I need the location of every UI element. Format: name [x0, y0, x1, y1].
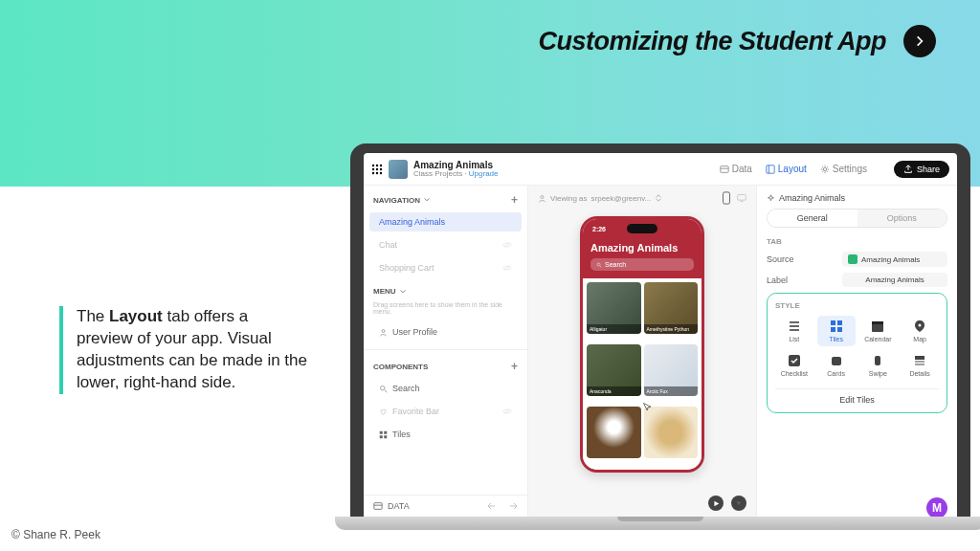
component-search[interactable]: Search	[369, 379, 522, 398]
forward-arrow-button[interactable]	[903, 25, 936, 57]
tab-section-label: TAB	[767, 237, 947, 246]
svg-rect-45	[915, 356, 924, 360]
style-checklist[interactable]: Checklist	[775, 350, 813, 381]
select-mode-button[interactable]	[731, 496, 746, 511]
checklist-icon	[788, 354, 801, 367]
tile-caption: Arctic Fox	[644, 386, 699, 396]
app-switcher-icon[interactable]	[371, 164, 383, 175]
gear-icon	[820, 165, 830, 174]
phone-app-header: Amazing Animals Search	[583, 238, 702, 278]
source-select[interactable]: Amazing Animals	[842, 252, 947, 267]
style-map[interactable]: Map	[901, 316, 939, 346]
viewing-prefix: Viewing as	[550, 194, 588, 203]
tiles-icon	[830, 320, 843, 333]
label-input[interactable]: Amazing Animals	[842, 273, 947, 287]
style-list[interactable]: List	[775, 316, 813, 346]
svg-point-26	[541, 195, 544, 198]
nav-item-amazing-animals[interactable]: Amazing Animals	[369, 212, 522, 231]
svg-rect-43	[832, 357, 841, 365]
add-screen-button[interactable]: +	[511, 193, 518, 207]
layout-icon	[766, 165, 775, 174]
preview-canvas: Viewing as srpeek@greenv...	[528, 186, 756, 517]
component-label: Search	[392, 384, 420, 393]
tab-layout-label: Layout	[778, 164, 807, 174]
project-subtitle: Class Projects ·	[413, 169, 469, 178]
svg-rect-11	[767, 165, 774, 172]
style-label: Swipe	[869, 370, 887, 377]
edit-tiles-button[interactable]: Edit Tiles	[775, 388, 939, 405]
nav-item-shopping-cart[interactable]: Shopping Cart	[369, 258, 522, 277]
laptop-mockup: Amazing Animals Class Projects · Upgrade…	[335, 143, 980, 545]
project-title-block: Amazing Animals Class Projects · Upgrade	[413, 160, 498, 179]
user-icon	[379, 328, 388, 337]
svg-rect-40	[872, 321, 883, 324]
tile-snake[interactable]	[644, 407, 699, 458]
style-tiles[interactable]: Tiles	[817, 316, 856, 346]
undo-icon[interactable]	[487, 501, 499, 511]
style-calendar[interactable]: Calendar	[859, 316, 898, 346]
viewing-as[interactable]: Viewing as srpeek@greenv...	[538, 194, 662, 203]
redo-icon[interactable]	[506, 501, 518, 511]
props-tab-general[interactable]: General	[768, 209, 858, 227]
tile-alligator[interactable]: Alligator	[587, 282, 641, 334]
phone-search-bar[interactable]: Search	[590, 258, 694, 271]
data-footer-label[interactable]: DATA	[388, 501, 410, 511]
desktop-icon[interactable]	[737, 191, 746, 205]
style-swipe[interactable]: Swipe	[859, 350, 898, 381]
phone-icon[interactable]	[722, 191, 731, 205]
svg-rect-35	[831, 320, 835, 325]
svg-rect-9	[721, 165, 728, 172]
properties-panel: Amazing Animals General Options TAB Sour…	[756, 186, 957, 517]
style-cards[interactable]: Cards	[817, 350, 856, 381]
label-label: Label	[767, 276, 788, 285]
list-icon	[788, 320, 801, 333]
calendar-icon	[871, 320, 884, 333]
caption: The Layout tab offers a preview of your …	[59, 306, 308, 394]
component-tiles[interactable]: Tiles	[369, 425, 522, 444]
phone-preview: 2:26 Amazing Animals Search	[580, 216, 704, 473]
svg-rect-23	[384, 435, 387, 438]
tab-settings[interactable]: Settings	[820, 164, 867, 174]
nav-item-label: Chat	[379, 240, 397, 250]
add-component-button[interactable]: +	[511, 360, 518, 373]
label-row: Label Amazing Animals	[767, 273, 947, 287]
phone-tile-grid: Alligator Amethystine Python Anaconda Ar…	[583, 278, 702, 470]
hidden-icon	[502, 407, 512, 416]
svg-point-1	[376, 164, 378, 165]
style-label: Map	[913, 336, 926, 342]
nav-item-label: Shopping Cart	[379, 263, 434, 273]
details-icon	[913, 354, 926, 367]
tile-eagle[interactable]	[587, 407, 641, 458]
svg-rect-22	[380, 435, 383, 438]
tab-layout[interactable]: Layout	[766, 164, 807, 174]
style-details[interactable]: Details	[901, 350, 939, 381]
cursor-icon	[642, 400, 654, 411]
share-button[interactable]: Share	[894, 161, 949, 178]
play-button[interactable]	[708, 496, 724, 511]
help-badge[interactable]: M	[926, 497, 947, 517]
menu-item-user-profile[interactable]: User Profile	[369, 322, 522, 342]
tile-anaconda[interactable]: Anaconda	[587, 344, 641, 396]
navigation-header[interactable]: NAVIGATION +	[364, 186, 527, 210]
tile-caption: Amethystine Python	[644, 324, 699, 334]
nav-item-chat[interactable]: Chat	[369, 235, 522, 254]
device-toggle[interactable]	[722, 191, 746, 205]
menu-helper-text: Drag screens here to show them in the si…	[364, 299, 527, 320]
tile-arctic-fox[interactable]: Arctic Fox	[644, 344, 699, 396]
component-favorite-bar[interactable]: Favorite Bar	[369, 402, 522, 421]
nav-item-label: Amazing Animals	[379, 217, 445, 227]
phone-time: 2:26	[592, 226, 606, 232]
props-tabs: General Options	[767, 209, 947, 228]
sheet-icon	[848, 254, 858, 264]
tile-python[interactable]: Amethystine Python	[644, 282, 699, 334]
left-sidebar: NAVIGATION + Amazing Animals Chat Shoppi…	[364, 186, 528, 517]
component-label: Favorite Bar	[392, 407, 439, 416]
style-section-label: STYLE	[775, 301, 939, 310]
menu-header[interactable]: MENU	[364, 279, 527, 299]
svg-rect-21	[384, 430, 387, 433]
tab-data[interactable]: Data	[720, 164, 752, 174]
sparkle-icon	[767, 194, 775, 203]
props-tab-options[interactable]: Options	[858, 209, 947, 227]
components-header: COMPONENTS +	[364, 349, 527, 377]
upgrade-link[interactable]: Upgrade	[469, 169, 499, 178]
